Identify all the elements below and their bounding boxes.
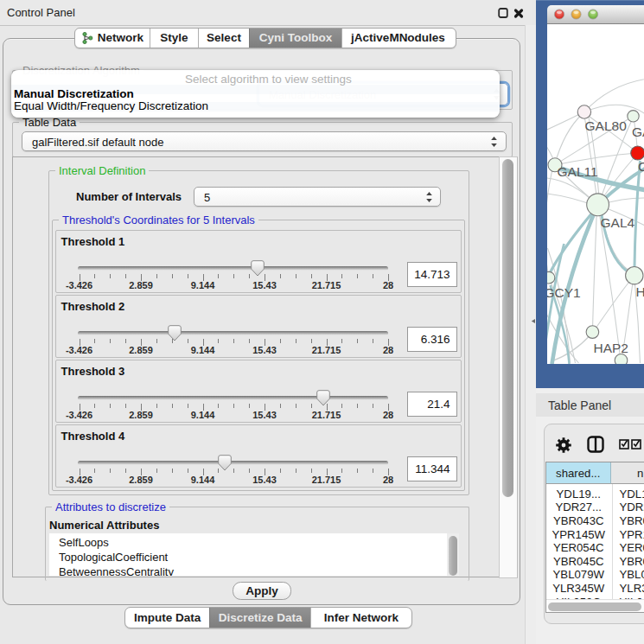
- svg-text:GAL4: GAL4: [600, 215, 634, 230]
- svg-text:GCY1: GCY1: [547, 285, 581, 300]
- svg-text:HAP2: HAP2: [593, 341, 628, 355]
- svg-text:CD: CD: [638, 159, 644, 174]
- svg-text:HI: HI: [635, 284, 644, 299]
- svg-text:GAL11: GAL11: [557, 164, 597, 179]
- svg-text:GAL80: GAL80: [584, 118, 627, 133]
- svg-text:GAL1: GAL1: [632, 124, 644, 139]
